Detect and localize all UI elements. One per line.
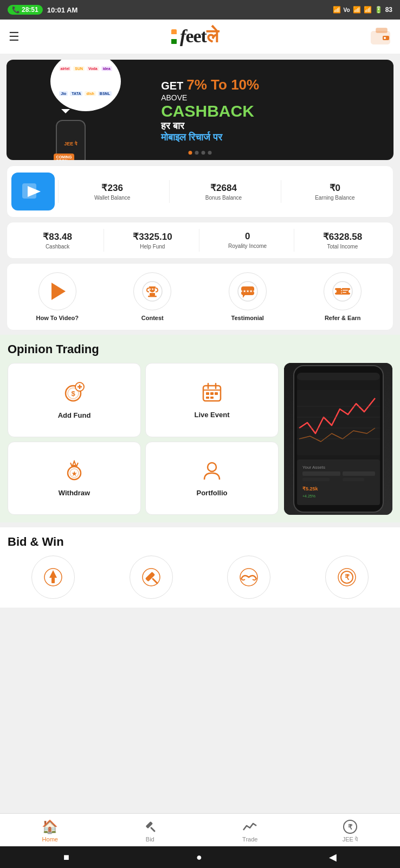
dot-4 xyxy=(208,151,212,155)
wallet-balance[interactable]: ₹236 Wallet Balance xyxy=(58,180,166,203)
banner-left: airtel SUN Voda idea Jio TATA dish BSNL … xyxy=(15,60,156,160)
bottom-nav: 🏠 Home Bid Trade ₹ JEE पे xyxy=(0,813,400,846)
live-event-button[interactable]: Live Event xyxy=(145,363,279,437)
nav-home[interactable]: 🏠 Home xyxy=(0,819,100,843)
svg-line-40 xyxy=(70,463,72,467)
bid-item-2[interactable] xyxy=(106,556,197,599)
add-fund-button[interactable]: $ Add Fund xyxy=(8,363,141,437)
svg-rect-46 xyxy=(297,390,380,455)
svg-text:$: $ xyxy=(71,390,75,398)
chat-icon-circle: ★★★★★ xyxy=(229,272,267,310)
ticket-icon xyxy=(332,281,353,302)
svg-marker-12 xyxy=(243,295,245,298)
svg-line-70 xyxy=(151,828,154,831)
chat-icon: ★★★★★ xyxy=(237,281,258,302)
portfolio-button[interactable]: Portfollio xyxy=(145,442,279,515)
gavel-icon xyxy=(130,556,173,599)
svg-rect-8 xyxy=(148,296,157,297)
android-back-button[interactable]: ◀ xyxy=(329,851,337,863)
status-right: 📶 Vo 📶 📶 🔋 83 xyxy=(333,6,392,14)
svg-text:₹: ₹ xyxy=(348,823,353,831)
coin-circle-icon: ₹ xyxy=(325,556,369,599)
signal-icon: 📶 xyxy=(333,6,341,14)
bonus-balance[interactable]: ₹2684 Bonus Balance xyxy=(169,180,277,203)
withdraw-button[interactable]: ★ Withdraw xyxy=(8,442,141,515)
bid-item-4[interactable]: ₹ xyxy=(301,556,393,599)
trade-icon xyxy=(242,819,257,834)
svg-point-3 xyxy=(384,37,386,39)
svg-rect-33 xyxy=(215,392,218,395)
logo: feetले xyxy=(171,26,218,47)
svg-rect-7 xyxy=(150,293,155,296)
svg-text:₹: ₹ xyxy=(344,573,349,582)
bid-icon xyxy=(143,819,158,834)
opinion-trading-section: Opinion Trading $ Add F xyxy=(0,335,400,522)
android-nav-bar: ■ ● ◀ xyxy=(0,846,400,868)
android-home-button[interactable]: ● xyxy=(196,852,202,863)
svg-text:Your Assets: Your Assets xyxy=(302,465,325,470)
svg-rect-53 xyxy=(302,471,340,476)
banner-right: GET 7% To 10% ABOVE CASHBACK हर बार मोबा… xyxy=(156,76,385,143)
vodafone-logo: Voda xyxy=(87,66,99,71)
menu-button[interactable]: ☰ xyxy=(9,30,20,44)
jeepay-icon: ₹ xyxy=(343,819,358,834)
helpfund-item[interactable]: ₹3325.10 Help Fund xyxy=(106,229,199,252)
nav-jeepay[interactable]: ₹ JEE पे xyxy=(300,819,401,843)
wifi-icon: 📶 xyxy=(364,6,372,14)
refer-earn-button[interactable]: Refer & Earn xyxy=(297,272,389,321)
nav-trade[interactable]: Trade xyxy=(200,819,300,843)
bid-item-1[interactable] xyxy=(8,556,99,599)
bid-icons-row: ₹ xyxy=(8,556,392,604)
flag-icon xyxy=(171,29,177,44)
svg-line-41 xyxy=(76,463,78,467)
contest-button[interactable]: ★★★ Contest xyxy=(107,272,199,321)
airtel-logo: airtel xyxy=(59,66,72,71)
play-icon-circle xyxy=(38,272,76,310)
svg-rect-1 xyxy=(376,28,387,33)
quick-actions: How To Video? ★★★ Contest xyxy=(7,263,393,330)
banner-dots xyxy=(189,151,212,155)
svg-rect-34 xyxy=(206,397,209,399)
header: ☰ feetले xyxy=(0,20,400,54)
ticket-icon-circle xyxy=(324,272,362,310)
signal-icon2: 📶 xyxy=(353,6,361,14)
svg-text:+4.25%: +4.25% xyxy=(302,494,315,498)
bid-item-3[interactable] xyxy=(203,556,295,599)
calendar-icon xyxy=(202,382,222,406)
totalincome-item[interactable]: ₹6328.58 Total Income xyxy=(296,229,389,252)
svg-rect-31 xyxy=(206,392,209,395)
nav-bid[interactable]: Bid xyxy=(100,819,201,843)
logo-text: feetले xyxy=(180,26,218,47)
trading-phone-preview: Your Assets ₹5.25k +4.25% xyxy=(284,363,392,515)
play-triangle-icon xyxy=(51,283,66,300)
svg-rect-57 xyxy=(343,471,375,476)
dot-1 xyxy=(189,151,192,155)
testimonial-button[interactable]: ★★★★★ Testimonial xyxy=(202,272,294,321)
earning-balance[interactable]: ₹0 Earning Balance xyxy=(281,180,389,203)
android-recent-button[interactable]: ■ xyxy=(63,852,69,863)
svg-point-42 xyxy=(208,463,216,471)
cashback-item[interactable]: ₹83.48 Cashback xyxy=(11,229,104,252)
svg-rect-54 xyxy=(302,478,330,481)
call-timer: 📞 28:51 xyxy=(8,5,43,15)
royality-item[interactable]: 0 Royality Income xyxy=(202,229,294,252)
tatasky-logo: TATA xyxy=(70,91,82,96)
wallet-button[interactable] xyxy=(370,27,391,47)
medal-icon: ★ xyxy=(64,460,85,484)
svg-rect-58 xyxy=(343,478,364,481)
svg-text:₹5.25k: ₹5.25k xyxy=(302,486,319,492)
coming-soon-badge: COMINGSOON xyxy=(54,154,75,161)
svg-marker-60 xyxy=(49,570,57,578)
svg-marker-39 xyxy=(73,461,76,465)
jio-logo: Jio xyxy=(59,91,68,96)
arrow-up-icon xyxy=(31,556,75,599)
battery-icon: 🔋 xyxy=(375,6,383,14)
status-bar: 📞 28:51 10:01 AM 📶 Vo 📶 📶 🔋 83 xyxy=(0,0,400,20)
idea-logo: idea xyxy=(101,66,112,71)
video-icon xyxy=(11,173,55,210)
dot-3 xyxy=(202,151,205,155)
how-to-video-button[interactable]: How To Video? xyxy=(11,272,104,321)
svg-rect-19 xyxy=(343,290,348,291)
trophy-icon: ★★★ xyxy=(142,281,163,302)
wifi-label: Vo xyxy=(344,7,350,13)
